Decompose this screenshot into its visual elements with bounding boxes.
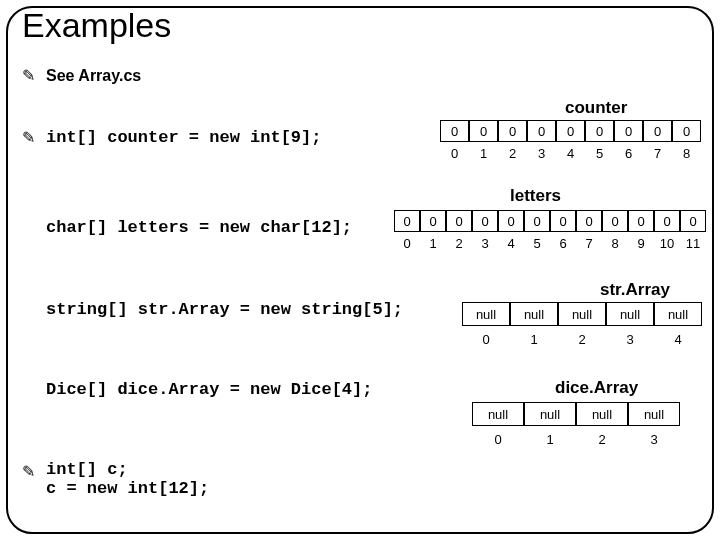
bullet-icon: ✎ <box>22 462 46 481</box>
idx: 8 <box>602 236 628 251</box>
cell: 0 <box>614 120 643 142</box>
bullet-see: ✎ See Array.cs <box>22 66 141 85</box>
idx: 2 <box>576 432 628 447</box>
idx: 5 <box>585 146 614 161</box>
bullet-text: See Array.cs <box>46 67 141 85</box>
code-counter: int[] counter = new int[9]; <box>46 128 321 147</box>
cell: null <box>654 302 702 326</box>
page-title: Examples <box>22 6 171 45</box>
idx: 0 <box>440 146 469 161</box>
indices-dicearray: 0 1 2 3 <box>472 432 680 447</box>
cell: 0 <box>576 210 602 232</box>
array-strarray: null null null null null <box>462 302 702 326</box>
cell: 0 <box>643 120 672 142</box>
label-counter: counter <box>565 98 627 118</box>
code-letters: char[] letters = new char[12]; <box>46 218 352 237</box>
array-counter: 0 0 0 0 0 0 0 0 0 <box>440 120 701 142</box>
cell: 0 <box>556 120 585 142</box>
cell: 0 <box>672 120 701 142</box>
indices-strarray: 0 1 2 3 4 <box>462 332 702 347</box>
cell: null <box>558 302 606 326</box>
idx: 3 <box>628 432 680 447</box>
idx: 10 <box>654 236 680 251</box>
idx: 1 <box>469 146 498 161</box>
idx: 2 <box>558 332 606 347</box>
cell: null <box>510 302 558 326</box>
cell: 0 <box>498 120 527 142</box>
bullet-icon: ✎ <box>22 128 46 147</box>
cell: null <box>472 402 524 426</box>
idx: 0 <box>394 236 420 251</box>
idx: 6 <box>614 146 643 161</box>
idx: 3 <box>472 236 498 251</box>
idx: 1 <box>510 332 558 347</box>
cell: 0 <box>527 120 556 142</box>
cell: null <box>462 302 510 326</box>
idx: 4 <box>654 332 702 347</box>
cell: null <box>524 402 576 426</box>
idx: 5 <box>524 236 550 251</box>
idx: 1 <box>420 236 446 251</box>
idx: 4 <box>498 236 524 251</box>
cell: 0 <box>550 210 576 232</box>
idx: 7 <box>643 146 672 161</box>
code-strarray: string[] str.Array = new string[5]; <box>46 300 403 319</box>
bullet-intc: ✎ int[] c; c = new int[12]; <box>22 460 209 498</box>
code-intc: int[] c; c = new int[12]; <box>46 460 209 498</box>
cell: 0 <box>654 210 680 232</box>
cell: 0 <box>446 210 472 232</box>
bullet-counter: ✎ int[] counter = new int[9]; <box>22 128 321 147</box>
idx: 2 <box>498 146 527 161</box>
code-dicearray: Dice[] dice.Array = new Dice[4]; <box>46 380 372 399</box>
idx: 0 <box>462 332 510 347</box>
idx: 0 <box>472 432 524 447</box>
cell: 0 <box>524 210 550 232</box>
indices-letters: 0 1 2 3 4 5 6 7 8 9 10 11 <box>394 236 706 251</box>
idx: 7 <box>576 236 602 251</box>
cell: 0 <box>585 120 614 142</box>
cell: null <box>628 402 680 426</box>
cell: null <box>606 302 654 326</box>
cell: 0 <box>469 120 498 142</box>
idx: 8 <box>672 146 701 161</box>
cell: 0 <box>602 210 628 232</box>
idx: 4 <box>556 146 585 161</box>
slide-frame <box>6 6 714 534</box>
idx: 3 <box>527 146 556 161</box>
bullet-icon: ✎ <box>22 66 46 85</box>
array-letters: 0 0 0 0 0 0 0 0 0 0 0 0 <box>394 210 706 232</box>
idx: 6 <box>550 236 576 251</box>
cell: 0 <box>498 210 524 232</box>
cell: 0 <box>472 210 498 232</box>
cell: 0 <box>628 210 654 232</box>
idx: 1 <box>524 432 576 447</box>
idx: 2 <box>446 236 472 251</box>
label-strarray: str.Array <box>600 280 670 300</box>
idx: 11 <box>680 236 706 251</box>
cell: 0 <box>440 120 469 142</box>
array-dicearray: null null null null <box>472 402 680 426</box>
cell: 0 <box>680 210 706 232</box>
idx: 3 <box>606 332 654 347</box>
cell: 0 <box>394 210 420 232</box>
label-letters: letters <box>510 186 561 206</box>
cell: null <box>576 402 628 426</box>
label-dicearray: dice.Array <box>555 378 638 398</box>
cell: 0 <box>420 210 446 232</box>
indices-counter: 0 1 2 3 4 5 6 7 8 <box>440 146 701 161</box>
idx: 9 <box>628 236 654 251</box>
